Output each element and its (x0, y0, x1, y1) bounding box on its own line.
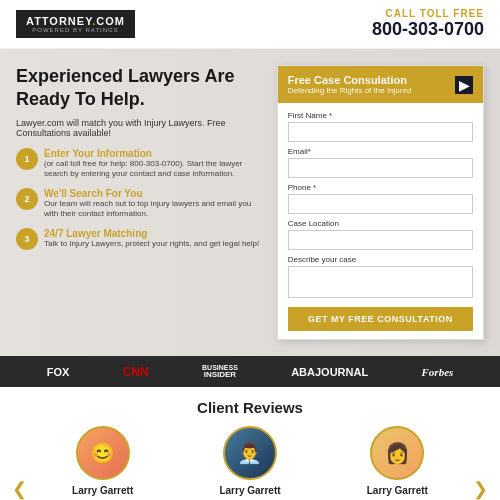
review-name-1: Larry Garrett (33, 485, 172, 496)
logo-powered: POWERED BY RATINGS (32, 27, 118, 33)
form-arrow-icon: ▶ (455, 76, 473, 94)
logo: ATTORNEY.COM POWERED BY RATINGS (16, 10, 135, 38)
call-info: CALL TOLL FREE 800-303-0700 (372, 8, 484, 40)
form-body: First Name * Email* Phone * Case Locatio… (278, 103, 483, 339)
avatar-1: 😊 (76, 426, 130, 480)
feature-3-icon: 3 (16, 228, 38, 250)
media-fox: FOX (47, 366, 70, 378)
logo-text: ATTORNEY.COM (26, 15, 125, 27)
review-card-3: 👩 Larry Garrett ★★★★★ Lorem ipsum is sim… (328, 426, 467, 500)
feature-3-desc: Talk to Injury Lawyers, protect your rig… (44, 239, 259, 249)
first-name-row: First Name * (288, 111, 473, 142)
hero-right: Free Case Consulation Defending the Righ… (277, 65, 484, 340)
first-name-label: First Name * (288, 111, 473, 120)
review-card-2: 👨‍💼 Larry Garrett ★★★★★ Lorem ipsum is s… (180, 426, 319, 500)
description-row: Describe your case (288, 255, 473, 298)
hero-subheadline: Lawyer.com will match you with Injury La… (16, 118, 265, 138)
media-cnn: CNN (123, 365, 149, 379)
prev-arrow[interactable]: ❮ (10, 478, 29, 500)
description-input[interactable] (288, 266, 473, 298)
reviews-title: Client Reviews (10, 399, 490, 416)
email-input[interactable] (288, 158, 473, 178)
location-label: Case Location (288, 219, 473, 228)
call-toll-free-label: CALL TOLL FREE (372, 8, 484, 19)
avatar-2: 👨‍💼 (223, 426, 277, 480)
description-label: Describe your case (288, 255, 473, 264)
submit-button[interactable]: GET MY FREE CONSULTATION (288, 307, 473, 331)
reviews-container: ❮ 😊 Larry Garrett ★★★★★ Lorem ipsum is s… (10, 426, 490, 500)
feature-1-title: Enter Your Information (44, 148, 265, 159)
media-bar: FOX CNN BUSINESS INSIDER ABAJOURNAL Forb… (0, 356, 500, 387)
feature-3-title: 24/7 Lawyer Matching (44, 228, 259, 239)
feature-2-title: We'll Search For You (44, 188, 265, 199)
media-business-insider: BUSINESS INSIDER (202, 364, 238, 379)
review-card-1: 😊 Larry Garrett ★★★★★ Lorem ipsum is sim… (33, 426, 172, 500)
feature-1-desc: (or call toll free for help: 800-303-070… (44, 159, 265, 180)
feature-2-desc: Our team will reach out to top injury la… (44, 199, 265, 220)
feature-1-icon: 1 (16, 148, 38, 170)
hero-section: Experienced Lawyers Are Ready To Help. L… (0, 49, 500, 356)
form-header-text: Free Case Consulation Defending the Righ… (288, 74, 412, 95)
next-arrow[interactable]: ❯ (471, 478, 490, 500)
location-input[interactable] (288, 230, 473, 250)
phone-row: Phone * (288, 183, 473, 214)
reviews-section: Client Reviews ❮ 😊 Larry Garrett ★★★★★ L… (0, 387, 500, 500)
location-row: Case Location (288, 219, 473, 250)
feature-1: 1 Enter Your Information (or call toll f… (16, 148, 265, 180)
media-forbes: Forbes (422, 366, 454, 378)
call-number[interactable]: 800-303-0700 (372, 19, 484, 40)
review-name-2: Larry Garrett (180, 485, 319, 496)
feature-2: 2 We'll Search For You Our team will rea… (16, 188, 265, 220)
logo-com: COM (96, 15, 125, 27)
form-title: Free Case Consulation (288, 74, 412, 86)
email-label: Email* (288, 147, 473, 156)
feature-3: 3 24/7 Lawyer Matching Talk to Injury La… (16, 228, 265, 250)
hero-headline: Experienced Lawyers Are Ready To Help. (16, 65, 265, 110)
media-aba: ABAJOURNAL (291, 366, 368, 378)
review-name-3: Larry Garrett (328, 485, 467, 496)
phone-label: Phone * (288, 183, 473, 192)
form-subtitle: Defending the Rights of the Injured (288, 86, 412, 95)
contact-form: Free Case Consulation Defending the Righ… (277, 65, 484, 340)
feature-2-icon: 2 (16, 188, 38, 210)
logo-main: ATTORNEY (26, 15, 92, 27)
hero-left: Experienced Lawyers Are Ready To Help. L… (16, 65, 265, 340)
header: ATTORNEY.COM POWERED BY RATINGS CALL TOL… (0, 0, 500, 49)
avatar-3: 👩 (370, 426, 424, 480)
reviews-grid: 😊 Larry Garrett ★★★★★ Lorem ipsum is sim… (33, 426, 467, 500)
phone-input[interactable] (288, 194, 473, 214)
form-header: Free Case Consulation Defending the Righ… (278, 66, 483, 103)
first-name-input[interactable] (288, 122, 473, 142)
email-row: Email* (288, 147, 473, 178)
